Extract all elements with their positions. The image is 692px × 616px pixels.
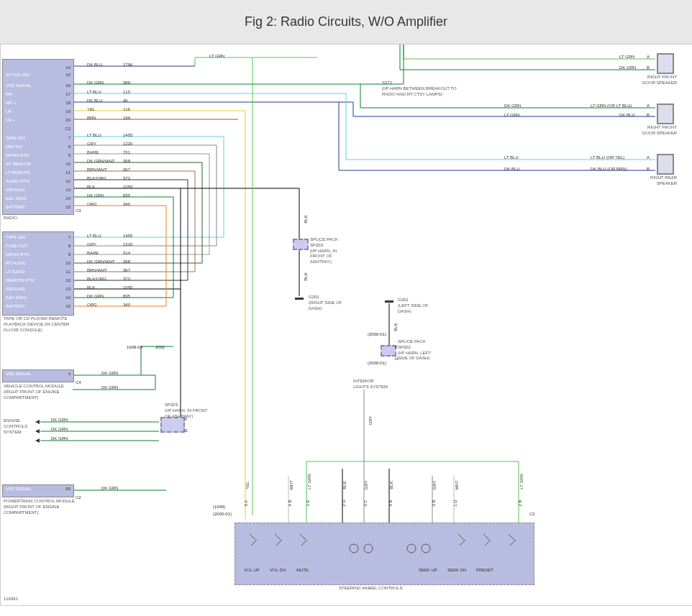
arrow-icon bbox=[35, 420, 40, 424]
speaker-rf-door bbox=[657, 53, 674, 74]
wiring-diagram: 14 ST COL SIG15 VSS SIGNAL16 RR -17 RR +… bbox=[0, 44, 692, 606]
svg-point-74 bbox=[350, 544, 358, 553]
ecs-label: ENGINE CONTROLS SYSTEM bbox=[4, 418, 34, 435]
steering-wheel-controls: VOL UP VOL DN MUTE SEEK UP SEEK DN PRESE… bbox=[235, 523, 534, 585]
s272-note: S272(I/P HARN BETWEEN BREAKOUT TO RADIO … bbox=[382, 81, 468, 97]
arrow-icon bbox=[35, 429, 40, 433]
ground-g202 bbox=[385, 300, 393, 303]
svg-point-77 bbox=[422, 544, 430, 553]
page-title: Fig 2: Radio Circuits, W/O Amplifier bbox=[0, 0, 692, 44]
speaker-rr bbox=[657, 154, 674, 175]
arrow-icon bbox=[35, 438, 40, 443]
tape-label: TAPE OR CD PLAYER REMOTE PLAYBACK DEVICE… bbox=[4, 316, 76, 333]
vcm-label: VEHICLE CONTROL MODULE (RIGHT FRONT OF E… bbox=[4, 384, 76, 400]
vcm-box: VSS SIGNAL4 bbox=[2, 369, 74, 382]
splice-sp202 bbox=[381, 345, 396, 357]
swc-label: STEERING WHEEL CONTROLS bbox=[339, 586, 402, 591]
tape-connector: TAPE SIG7 FUSE OUT8 DRAIN RTN9 RT AUDIO1… bbox=[2, 231, 74, 316]
diagram-id: 116391 bbox=[4, 597, 18, 602]
splice-sp203 bbox=[293, 239, 309, 250]
radio-label: RADIO bbox=[4, 216, 17, 221]
svg-point-76 bbox=[407, 544, 416, 553]
pcm-box: VSS SIGNAL50 bbox=[2, 484, 74, 497]
ils-label: INTERIOR LIGHTS SYSTEM bbox=[353, 379, 389, 390]
radio-connector: 14 ST COL SIG15 VSS SIGNAL16 RR -17 RR +… bbox=[2, 59, 74, 215]
ground-g201 bbox=[295, 298, 304, 300]
pcm-label: POWERTRAIN CONTROL MODULE (RIGHT FRONT O… bbox=[4, 499, 76, 515]
speaker-rf-door-2 bbox=[657, 104, 674, 124]
svg-point-75 bbox=[364, 544, 373, 553]
